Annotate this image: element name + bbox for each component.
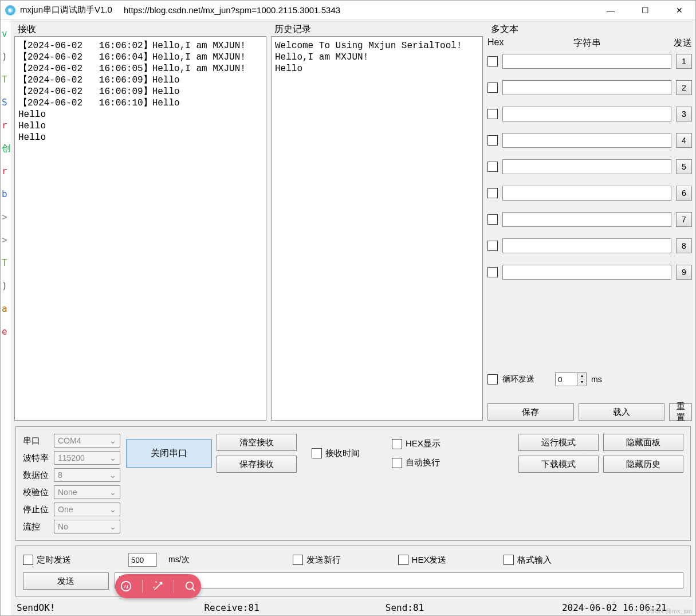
hex-header: Hex [487,37,505,49]
multi-text-input-7[interactable] [502,212,671,227]
databits-label: 数据位 [23,470,50,481]
svg-point-2 [186,582,193,590]
svg-text:AI: AI [124,584,128,590]
multi-send-button-5[interactable]: 5 [676,159,692,174]
multi-text-input-8[interactable] [502,238,671,253]
multi-hex-checkbox-1[interactable] [487,56,498,66]
spinner-up[interactable]: ▴ [577,373,586,379]
send-header: 发送 [669,37,692,49]
status-send: Send:81 [386,602,424,613]
multi-send-button-1[interactable]: 1 [676,54,692,69]
parity-label: 校验位 [23,487,50,498]
save-button[interactable]: 保存 [487,403,574,421]
multi-text-input-9[interactable] [502,265,671,280]
magic-wand-icon[interactable] [152,580,164,593]
multi-send-button-3[interactable]: 3 [676,107,692,121]
baud-label: 波特率 [23,453,50,464]
multi-hex-checkbox-9[interactable] [487,267,498,277]
save-receive-button[interactable]: 保存接收 [217,456,297,473]
hide-history-button[interactable]: 隐藏历史 [603,456,683,473]
multi-hex-checkbox-2[interactable] [487,83,498,93]
app-icon: ◉ [5,5,15,15]
flow-label: 流控 [23,521,50,532]
run-mode-button[interactable]: 运行模式 [518,434,599,451]
send-button[interactable]: 发送 [23,572,109,590]
send-newline-checkbox[interactable] [293,555,303,565]
multi-send-button-6[interactable]: 6 [676,186,692,201]
multi-send-button-4[interactable]: 4 [676,133,692,148]
status-sendok: SendOK! [17,602,55,613]
receive-textbox[interactable]: 【2024-06-02 16:06:02】Hello,I am MXJUN! 【… [14,36,266,421]
ms-label: ms [591,375,602,384]
search-icon[interactable] [184,580,196,593]
maximize-button[interactable]: ☐ [634,6,656,15]
titlebar: ◉ mxjun串口调试助手V1.0 https://blog.csdn.net/… [1,1,695,20]
history-textbox[interactable]: Welcome To Using Mxjun SerialTool! Hello… [271,36,483,421]
loop-interval-spinner[interactable]: ▴▾ [555,372,587,386]
auto-wrap-checkbox[interactable] [392,458,402,468]
multi-text-input-3[interactable] [502,107,671,121]
status-bar: SendOK! Receive:81 Send:81 2024-06-02 16… [11,599,695,615]
loop-interval-input[interactable] [556,373,577,386]
multi-hex-checkbox-8[interactable] [487,241,498,251]
close-button[interactable]: ✕ [668,6,691,15]
flow-combo[interactable]: No [54,520,120,533]
reset-button[interactable]: 重置 [669,403,692,421]
window-url: https://blog.csdn.net/mx_jun?spm=1000.21… [124,5,340,15]
hide-panel-button[interactable]: 隐藏面板 [603,434,683,451]
per-send-label: ms/次 [168,555,190,565]
databits-combo[interactable]: 8 [54,468,120,482]
port-combo[interactable]: COM4 [54,434,120,448]
spinner-down[interactable]: ▾ [577,379,586,386]
status-receive: Receive:81 [204,602,259,613]
multi-text-input-4[interactable] [502,133,671,148]
multi-text-input-1[interactable] [502,54,671,69]
stopbits-combo[interactable]: One [54,503,120,516]
watermark: CSDN @mx_jun [646,607,692,614]
loop-send-label: 循环发送 [502,374,534,384]
baud-combo[interactable]: 115200 [54,451,120,465]
receive-label: 接收 [14,23,266,36]
hex-send-checkbox[interactable] [398,555,408,565]
multi-hex-checkbox-4[interactable] [487,135,498,146]
format-input-checkbox[interactable] [504,555,514,565]
multitext-label: 多文本 [487,23,692,36]
history-label: 历史记录 [271,23,483,36]
multi-send-button-9[interactable]: 9 [676,265,692,280]
loop-send-checkbox[interactable] [487,374,498,384]
timed-interval-input[interactable] [128,553,157,567]
multi-text-input-2[interactable] [502,80,671,95]
multi-hex-checkbox-3[interactable] [487,109,498,119]
hex-display-checkbox[interactable] [392,439,402,449]
load-button[interactable]: 载入 [579,403,665,421]
timed-send-checkbox[interactable] [23,555,33,565]
string-header: 字符串 [505,37,669,49]
multi-send-button-7[interactable]: 7 [676,212,692,227]
minimize-button[interactable]: ― [599,6,622,15]
receive-time-checkbox[interactable] [312,448,322,458]
multi-text-input-5[interactable] [502,159,671,174]
clear-receive-button[interactable]: 清空接收 [217,434,297,451]
multi-send-button-8[interactable]: 8 [676,238,692,253]
download-mode-button[interactable]: 下载模式 [518,456,599,473]
multi-hex-checkbox-5[interactable] [487,162,498,172]
editor-gutter: v)TSr创rb>>T)ae [1,20,11,615]
multi-send-button-2[interactable]: 2 [676,80,692,95]
multi-text-input-6[interactable] [502,186,671,201]
ai-icon[interactable]: AI [120,580,132,593]
floating-toolbar[interactable]: AI [115,574,201,598]
close-port-button[interactable]: 关闭串口 [126,439,212,468]
window-title: mxjun串口调试助手V1.0 [20,5,112,15]
multi-hex-checkbox-6[interactable] [487,188,498,198]
stopbits-label: 停止位 [23,504,50,515]
parity-combo[interactable]: None [54,485,120,499]
port-label: 串口 [23,435,50,446]
multi-hex-checkbox-7[interactable] [487,214,498,225]
